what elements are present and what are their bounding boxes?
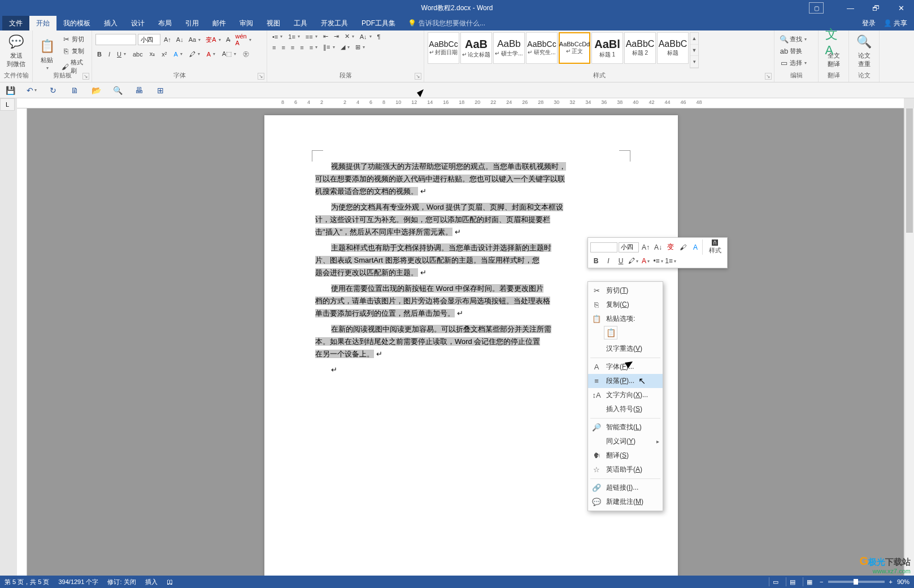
mini-shrink-font[interactable]: A↓ [652, 242, 664, 252]
tab-selector[interactable]: L [0, 98, 15, 111]
copy-button[interactable]: ⎘复制 [60, 46, 88, 56]
replace-button[interactable]: ab替换 [778, 46, 815, 56]
line-spacing-button[interactable]: ‖≡ [321, 43, 336, 51]
login-link[interactable]: 登录 [862, 19, 876, 28]
vertical-ruler[interactable] [17, 108, 27, 576]
shading-button[interactable]: ◢ [339, 43, 351, 51]
mini-styles[interactable]: A [690, 242, 701, 252]
align-distribute-button[interactable]: ≡ [308, 43, 319, 51]
char-shading-button[interactable]: A⬚ [220, 50, 238, 58]
ctx-smart-lookup[interactable]: 🔎智能查找(L) [588, 420, 663, 434]
styles-scroll[interactable]: ▲▼▾ [690, 32, 699, 68]
maximize-button[interactable]: 🗗 [863, 0, 889, 16]
tab-pdf[interactable]: PDF工具集 [355, 16, 402, 31]
mini-font-name[interactable] [590, 242, 617, 252]
ctx-hanzi-reselect[interactable]: 汉字重选(V) [588, 342, 663, 356]
ctx-font[interactable]: A字体(F)... [588, 360, 663, 374]
vertical-scrollbar[interactable] [904, 108, 914, 576]
align-left-button[interactable]: ≡ [271, 43, 277, 51]
text-effects-button[interactable]: A [172, 50, 184, 58]
italic-button[interactable]: I [107, 50, 112, 58]
open-button[interactable]: 📂 [90, 85, 102, 96]
horizontal-ruler[interactable]: 8642246810121416182022242628303234363840… [17, 98, 904, 108]
ctx-new-comment[interactable]: 💬新建批注(M) [588, 495, 663, 509]
multilevel-list-button[interactable]: ≡≡ [304, 33, 319, 41]
pinyin-guide-button[interactable]: wénA [234, 32, 253, 47]
select-button[interactable]: ▭选择 [778, 58, 815, 68]
superscript-button[interactable]: x² [160, 50, 168, 58]
align-right-button[interactable]: ≡ [289, 43, 296, 51]
translate-all-button[interactable]: 文A 全文 翻译 [822, 32, 845, 69]
increase-indent-button[interactable]: ⇥ [332, 32, 341, 41]
print-button[interactable]: 🖶 [133, 85, 145, 96]
style-item-cover-date[interactable]: AaBbCc↵ 封面日期 [428, 32, 459, 64]
tab-review[interactable]: 审阅 [233, 16, 260, 31]
style-item-graduate[interactable]: AaBbCc↵ 研究生... [526, 32, 558, 64]
mini-font-size[interactable] [619, 242, 639, 252]
mini-bold[interactable]: B [590, 256, 602, 266]
tab-mytemplate[interactable]: 我的模板 [56, 16, 97, 31]
tab-developer[interactable]: 开发工具 [314, 16, 355, 31]
mini-font-color[interactable]: A [640, 256, 651, 266]
thesis-check-button[interactable]: 🔍 论文 查重 [852, 32, 876, 69]
tab-home[interactable]: 开始 [29, 16, 56, 31]
ctx-paragraph[interactable]: ≡段落(P)... [588, 374, 663, 388]
status-insert-mode[interactable]: 插入 [145, 578, 158, 586]
font-color-button[interactable]: A [205, 50, 217, 58]
view-read-mode[interactable]: ▭ [769, 577, 781, 586]
send-to-wechat-button[interactable]: 💬 发送 到微信 [3, 32, 29, 69]
tab-view[interactable]: 视图 [260, 16, 287, 31]
status-track-changes[interactable]: 修订: 关闭 [107, 578, 136, 586]
borders-button[interactable]: ⊞ [354, 43, 367, 51]
align-center-button[interactable]: ≡ [280, 43, 286, 51]
zoom-level[interactable]: 90% [897, 578, 909, 585]
tab-tools[interactable]: 工具 [287, 16, 314, 31]
undo-button[interactable]: ↶ [26, 85, 37, 96]
tell-me-search[interactable]: 💡 告诉我您想要做什么... [408, 16, 485, 31]
clear-formatting-button[interactable]: A̶ [224, 36, 232, 44]
view-print-layout[interactable]: ▤ [786, 577, 798, 586]
align-justify-button[interactable]: ≡ [298, 43, 305, 51]
status-page[interactable]: 第 5 页，共 5 页 [5, 578, 49, 586]
view-web-layout[interactable]: ▦ [803, 577, 815, 586]
zoom-in[interactable]: + [889, 578, 893, 585]
save-button[interactable]: 💾 [5, 85, 16, 96]
paragraph-launcher[interactable]: ↘ [415, 73, 421, 80]
document-area[interactable]: 视频提供了功能强大的方法帮助您证明您的观点。当您单击联机视频时， 可以在想要添加… [27, 108, 904, 576]
font-launcher[interactable]: ↘ [258, 73, 264, 80]
ctx-paste-keep-source[interactable]: 📋 [604, 326, 617, 339]
numbering-button[interactable]: 1≡ [286, 33, 302, 41]
ribbon-display-options[interactable]: ▢ [809, 2, 824, 14]
cut-button[interactable]: ✂剪切 [60, 34, 88, 44]
ctx-english-assistant[interactable]: ☆英语助手(A) [588, 463, 663, 477]
tab-insert[interactable]: 插入 [97, 16, 124, 31]
phonetic-guide-button[interactable]: 变A [204, 35, 222, 45]
show-marks-button[interactable]: ¶ [376, 33, 382, 41]
style-item-thesis-title[interactable]: AaB↵ 论文标题 [460, 32, 492, 64]
ctx-text-direction[interactable]: ↕A文字方向(X)... [588, 388, 663, 402]
tab-references[interactable]: 引用 [179, 16, 206, 31]
paste-button[interactable]: 📋 粘贴 [36, 37, 58, 72]
find-button[interactable]: 🔍查找 [778, 34, 815, 44]
ctx-insert-symbol[interactable]: 插入符号(S) [588, 402, 663, 416]
styles-launcher[interactable]: ↘ [765, 73, 772, 80]
status-wordcount[interactable]: 394/1291 个字 [58, 578, 98, 586]
tab-file[interactable]: 文件 [2, 16, 29, 31]
shrink-font-button[interactable]: A↓ [175, 36, 185, 43]
tab-layout[interactable]: 布局 [151, 16, 179, 31]
ctx-copy[interactable]: ⎘复制(C) [588, 298, 663, 312]
ctx-translate[interactable]: 🗣翻译(S) [588, 448, 663, 463]
mini-grow-font[interactable]: A↑ [640, 242, 651, 252]
style-item-heading2[interactable]: AaBbC标题 2 [624, 32, 656, 64]
decrease-indent-button[interactable]: ⇤ [321, 32, 330, 41]
mini-style-box[interactable]: 🅰样式 [702, 239, 725, 255]
bold-button[interactable]: B [95, 50, 103, 58]
styles-gallery[interactable]: AaBbCc↵ 封面日期 AaB↵ 论文标题 AaBb↵ 硕士学... AaBb… [428, 32, 771, 68]
minimize-button[interactable]: — [838, 0, 863, 16]
qat-more-button[interactable]: ⊞ [155, 85, 166, 96]
enclose-char-button[interactable]: ㊛ [241, 49, 251, 59]
tab-design[interactable]: 设计 [124, 16, 151, 31]
subscript-button[interactable]: x₂ [148, 50, 157, 58]
style-item-title[interactable]: AaBbC标题 [657, 32, 689, 64]
close-button[interactable]: ✕ [889, 0, 914, 16]
